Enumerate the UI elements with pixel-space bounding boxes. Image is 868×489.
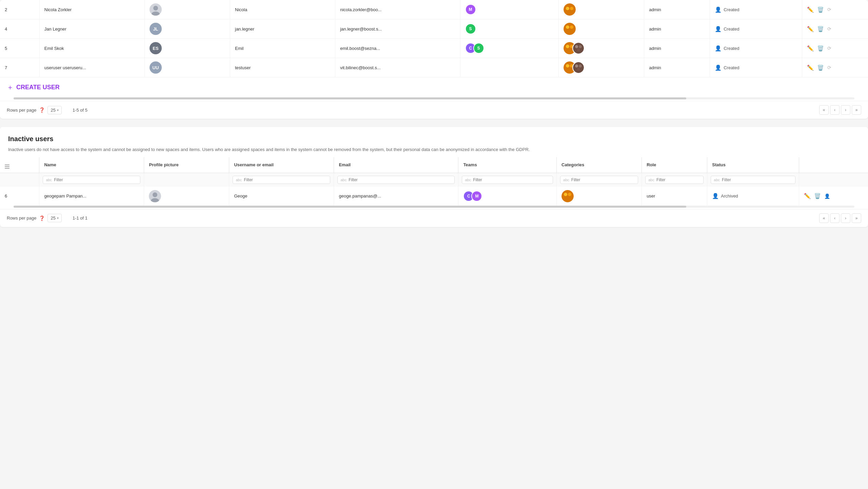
rows-per-page-control: Rows per page ❓ 25 ▾ [7, 106, 62, 114]
profile-avatar: UU [150, 61, 162, 74]
filter-name-input[interactable] [54, 177, 137, 182]
table-row: 5 Emil Skok ES Emil emil.boost@sezna... … [0, 39, 868, 58]
cell-username: testuser [230, 58, 335, 77]
cell-categories [559, 0, 644, 19]
more-icon[interactable]: ⟳ [827, 65, 831, 70]
cell-role: admin [644, 0, 710, 19]
edit-icon[interactable]: ✏️ [807, 64, 814, 71]
prev-page-button[interactable]: ‹ [830, 105, 840, 115]
edit-icon[interactable]: ✏️ [807, 6, 814, 13]
edit-icon[interactable]: ✏️ [807, 26, 814, 32]
prev-page-button[interactable]: ‹ [830, 213, 840, 223]
delete-icon[interactable]: 🗑️ [814, 193, 821, 199]
status-icon: 👤 [712, 193, 719, 199]
svg-point-1 [153, 6, 158, 11]
cell-teams: C M [458, 187, 557, 206]
edit-icon[interactable]: ✏️ [807, 45, 814, 52]
filter-icon: abc [465, 178, 471, 182]
svg-point-31 [564, 193, 567, 196]
create-user-label: CREATE USER [16, 84, 60, 91]
svg-point-32 [568, 193, 571, 196]
scrollbar-track[interactable] [14, 97, 854, 99]
more-icon[interactable]: ⟳ [827, 45, 831, 51]
rows-per-page-select[interactable]: 25 ▾ [47, 214, 61, 222]
filter-role-input[interactable] [656, 177, 701, 182]
status-text: Created [724, 65, 739, 70]
filter-status-input[interactable] [722, 177, 792, 182]
cell-profile-pic [144, 187, 229, 206]
edit-icon[interactable]: ✏️ [804, 193, 811, 199]
table-row: 6 geogepam Pampan... Geoge geoge.pampana… [0, 187, 868, 206]
col-header-id [0, 157, 39, 173]
delete-icon[interactable]: 🗑️ [817, 6, 824, 13]
first-page-button[interactable]: « [819, 213, 829, 223]
inactive-users-section: Inactive users Inactive users do not hav… [0, 127, 868, 227]
more-icon[interactable]: 👤 [824, 193, 830, 199]
cell-role: user [642, 187, 707, 206]
cell-email: vit.bilinec@boost.s... [335, 58, 460, 77]
page-info: 1-5 of 5 [73, 108, 87, 113]
category-avatar [564, 23, 576, 35]
help-icon[interactable]: ❓ [39, 107, 45, 113]
rows-per-page-select[interactable]: 25 ▾ [47, 106, 61, 114]
chevron-down-icon: ▾ [57, 108, 59, 112]
filter-icon: abc [46, 178, 52, 182]
status-text: Archived [721, 193, 738, 199]
section-header: Inactive users Inactive users do not hav… [0, 127, 868, 157]
pagination-bar: Rows per page ❓ 25 ▾ 1-5 of 5 « ‹ › » [0, 101, 868, 119]
last-page-button[interactable]: » [852, 105, 861, 115]
more-icon[interactable]: ⟳ [827, 7, 831, 12]
filter-categories-input-wrap[interactable]: abc [560, 176, 638, 184]
delete-icon[interactable]: 🗑️ [817, 26, 824, 32]
delete-icon[interactable]: 🗑️ [817, 45, 824, 52]
status-icon: 👤 [715, 6, 722, 13]
team-avatar: S [465, 23, 476, 34]
filter-teams-input-wrap[interactable]: abc [462, 176, 553, 184]
svg-point-17 [579, 45, 582, 48]
first-page-button[interactable]: « [819, 105, 829, 115]
next-page-button[interactable]: › [841, 213, 850, 223]
filter-icon: abc [340, 178, 347, 182]
inactive-pagination-bar: Rows per page ❓ 25 ▾ 1-1 of 1 « ‹ › » [0, 209, 868, 227]
cell-teams: S [460, 19, 559, 39]
last-page-button[interactable]: » [852, 213, 861, 223]
filter-role-input-wrap[interactable]: abc [645, 176, 704, 184]
more-icon[interactable]: ⟳ [827, 26, 831, 32]
help-icon[interactable]: ❓ [39, 215, 45, 221]
cell-email: jan.legner@boost.s... [335, 19, 460, 39]
filter-cell-status: abc [707, 173, 799, 187]
cell-teams [460, 58, 559, 77]
column-menu-icon[interactable] [5, 165, 9, 169]
create-user-button[interactable]: ＋ CREATE USER [0, 77, 868, 97]
filter-cell-name: abc [39, 173, 144, 187]
cell-actions: ✏️ 🗑️ ⟳ [802, 58, 868, 77]
cell-role: admin [644, 19, 710, 39]
status-text: Created [724, 26, 739, 32]
col-header-role: Role [642, 157, 707, 173]
status-icon: 👤 [715, 26, 722, 32]
cell-actions: ✏️ 🗑️ ⟳ [802, 0, 868, 19]
filter-categories-input[interactable] [571, 177, 635, 182]
svg-point-24 [575, 64, 578, 68]
filter-cell-teams: abc [458, 173, 557, 187]
cell-role: admin [644, 39, 710, 58]
profile-avatar: JL [150, 23, 162, 35]
scrollbar-track[interactable] [14, 206, 854, 208]
cell-username: jan.legner [230, 19, 335, 39]
cell-status: 👤 Created [710, 39, 802, 58]
filter-email-input-wrap[interactable]: abc [337, 176, 455, 184]
filter-name-input-wrap[interactable]: abc [43, 176, 140, 184]
rows-per-page-label: Rows per page [7, 215, 36, 221]
next-page-button[interactable]: › [841, 105, 850, 115]
cell-status: 👤 Created [710, 19, 802, 39]
filter-cell-actions [799, 173, 868, 187]
filter-status-input-wrap[interactable]: abc [711, 176, 795, 184]
filter-email-input[interactable] [349, 177, 452, 182]
filter-username-input-wrap[interactable]: abc [233, 176, 330, 184]
filter-username-input[interactable] [244, 177, 327, 182]
team-avatar: M [471, 191, 482, 202]
delete-icon[interactable]: 🗑️ [817, 64, 824, 71]
filter-teams-input[interactable] [473, 177, 550, 182]
svg-point-6 [568, 10, 571, 13]
scrollbar-thumb [14, 206, 686, 208]
